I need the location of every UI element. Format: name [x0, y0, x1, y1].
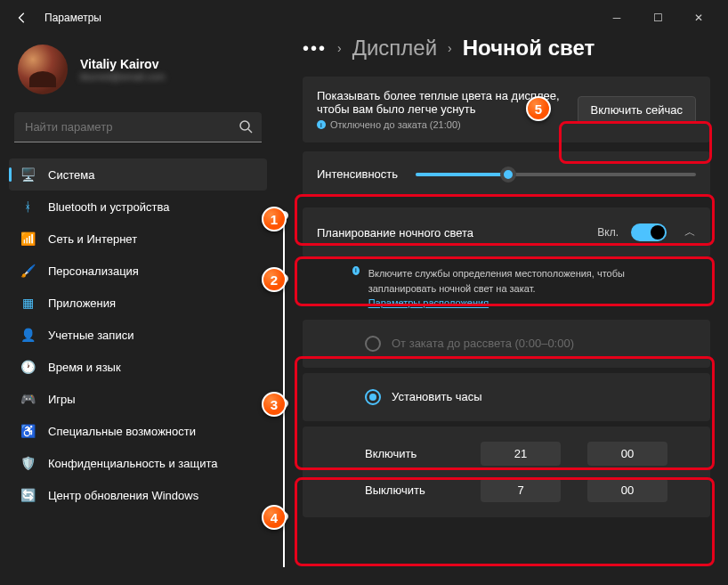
location-message: i Включите службы определения местополож…	[303, 257, 710, 320]
nav-item-0[interactable]: 🖥️Система	[9, 158, 267, 191]
nav-icon: 🎮	[20, 391, 36, 407]
nav-icon: 🕐	[20, 359, 36, 375]
nav-icon: 🖥️	[20, 167, 36, 183]
search-input[interactable]	[14, 112, 262, 142]
time-block: Включить 21 00 Выключить 7 00	[303, 427, 710, 517]
breadcrumb-current: Ночной свет	[463, 36, 595, 61]
annotation-badge-4: 4	[262, 505, 287, 530]
annotation-badge-5: 5	[526, 96, 551, 121]
window-title: Параметры	[44, 12, 101, 24]
nav-item-5[interactable]: 👤Учетные записи	[9, 319, 267, 351]
nav-label: Специальные возможности	[48, 425, 196, 438]
intensity-card: Интенсивность	[303, 151, 710, 197]
nav-label: Игры	[48, 393, 76, 406]
titlebar: Параметры ─ ☐ ✕	[0, 0, 728, 36]
annotation-badge-2: 2	[262, 267, 287, 292]
annotation-badge-3: 3	[262, 392, 287, 417]
nav-icon: ᚼ	[20, 199, 36, 215]
description-card: Показывать более теплые цвета на дисплее…	[303, 77, 710, 142]
nav-icon: ♿	[20, 423, 36, 439]
nav-item-10[interactable]: 🔄Центр обновления Windows	[9, 479, 267, 511]
minimize-button[interactable]: ─	[596, 4, 637, 31]
schedule-label: Планирование ночного света	[317, 226, 585, 240]
nav-icon: 📶	[20, 231, 36, 247]
radio-sunset-label: От заката до рассвета (0:00–0:00)	[392, 337, 574, 350]
nav-label: Учетные записи	[48, 329, 133, 342]
nav-item-1[interactable]: ᚼBluetooth и устройства	[9, 191, 267, 223]
info-icon: i	[317, 120, 326, 129]
close-button[interactable]: ✕	[678, 4, 719, 31]
search-icon	[239, 119, 253, 137]
nav-label: Приложения	[48, 297, 116, 310]
description-sub: Отключено до заката (21:00)	[330, 119, 461, 130]
user-name: Vitaliy Kairov	[80, 57, 166, 71]
nav-item-6[interactable]: 🕐Время и язык	[9, 351, 267, 383]
nav-icon: 👤	[20, 327, 36, 343]
search-box	[14, 112, 262, 142]
nav-label: Персонализация	[48, 264, 139, 278]
breadcrumb-overflow[interactable]: •••	[303, 38, 327, 59]
annotation-badge-1: 1	[262, 207, 287, 232]
nav-label: Центр обновления Windows	[48, 489, 198, 502]
radio-icon	[365, 389, 381, 405]
schedule-toggle[interactable]	[631, 223, 667, 241]
nav-item-3[interactable]: 🖌️Персонализация	[9, 255, 267, 287]
on-minute-input[interactable]: 00	[587, 442, 667, 466]
nav-icon: ▦	[20, 295, 36, 311]
intensity-slider[interactable]	[416, 173, 696, 176]
breadcrumb-parent[interactable]: Дисплей	[352, 36, 437, 61]
radio-icon	[365, 336, 381, 352]
sidebar: Vitaliy Kairov blurred@email.com 🖥️Систе…	[0, 36, 276, 585]
content: ••• › Дисплей › Ночной свет Показывать б…	[276, 36, 728, 585]
radio-sethours[interactable]: Установить часы	[303, 373, 710, 421]
enable-now-button[interactable]: Включить сейчас	[578, 96, 696, 124]
breadcrumb: ••• › Дисплей › Ночной свет	[303, 36, 710, 61]
location-settings-link[interactable]: Параметры расположения	[368, 297, 489, 308]
window-controls: ─ ☐ ✕	[596, 4, 719, 31]
intensity-label: Интенсивность	[317, 167, 398, 181]
nav-item-8[interactable]: ♿Специальные возможности	[9, 415, 267, 447]
maximize-button[interactable]: ☐	[637, 4, 678, 31]
avatar	[18, 45, 68, 94]
svg-point-0	[240, 121, 249, 130]
back-button[interactable]	[9, 4, 36, 31]
nav-icon: 🖌️	[20, 263, 36, 279]
chevron-right-icon: ›	[448, 41, 452, 55]
nav-label: Конфиденциальность и защита	[48, 457, 218, 470]
turn-off-label: Выключить	[365, 483, 454, 497]
nav-item-2[interactable]: 📶Сеть и Интернет	[9, 223, 267, 255]
nav-item-9[interactable]: 🛡️Конфиденциальность и защита	[9, 447, 267, 479]
user-email: blurred@email.com	[80, 71, 166, 82]
nav-label: Система	[48, 168, 94, 182]
radio-sunset: От заката до рассвета (0:00–0:00)	[303, 320, 710, 368]
nav-item-7[interactable]: 🎮Игры	[9, 383, 267, 415]
turn-on-label: Включить	[365, 447, 454, 460]
radio-sethours-label: Установить часы	[392, 390, 482, 403]
nav-label: Время и язык	[48, 361, 121, 374]
nav-item-4[interactable]: ▦Приложения	[9, 287, 267, 319]
chevron-right-icon: ›	[337, 41, 342, 55]
nav-icon: 🔄	[20, 487, 36, 503]
off-minute-input[interactable]: 00	[587, 478, 667, 502]
nav-label: Bluetooth и устройства	[48, 200, 169, 214]
nav-icon: 🛡️	[20, 455, 36, 471]
nav-label: Сеть и Интернет	[48, 232, 137, 246]
toggle-state: Вкл.	[597, 226, 619, 239]
schedule-card[interactable]: Планирование ночного света Вкл. ︿	[303, 207, 710, 257]
on-hour-input[interactable]: 21	[481, 442, 561, 466]
chevron-up-icon[interactable]: ︿	[684, 224, 696, 240]
off-hour-input[interactable]: 7	[481, 478, 561, 502]
info-icon: i	[352, 266, 360, 275]
user-block[interactable]: Vitaliy Kairov blurred@email.com	[9, 36, 267, 112]
